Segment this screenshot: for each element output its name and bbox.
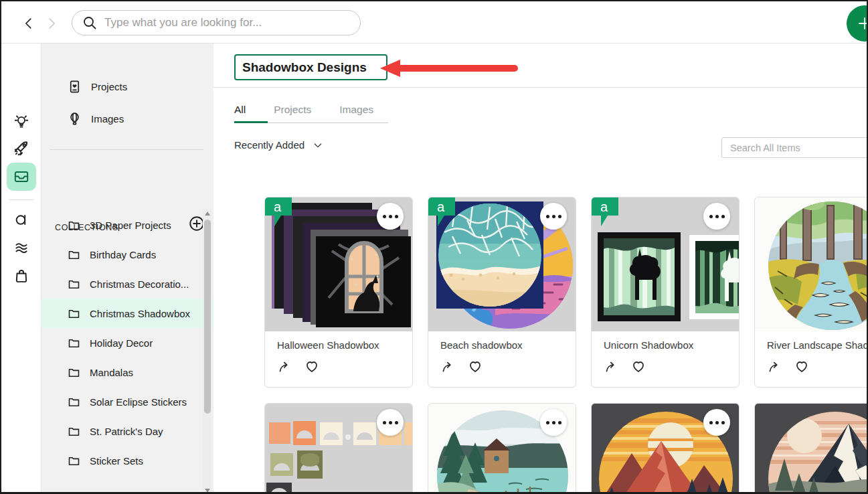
access-badge: a [592,197,620,228]
folder-icon [67,492,81,494]
tab-projects[interactable]: Projects [274,100,311,122]
folder-3d-paper-projects[interactable]: 3D Paper Projects [41,210,213,240]
rail-item-access[interactable] [7,205,36,234]
folder-st-patricks-day[interactable]: St. Patrick's Day [41,416,213,446]
lightbulb-icon [13,113,30,131]
project-card-mountain-sunset[interactable] [591,403,740,494]
share-button[interactable] [440,359,456,375]
card-info: Unicorn Shadowbox [592,331,739,375]
favorite-button[interactable] [304,359,320,375]
card-info: Halloween Shadowbox [265,331,412,375]
share-button[interactable] [277,359,293,375]
rail-item-shop[interactable] [7,262,36,290]
folder-mandalas[interactable]: Mandalas [41,357,213,387]
folder-tshirt-designs[interactable]: T-Shirt Desi [41,484,213,494]
favorite-button[interactable] [467,359,483,375]
share-button[interactable] [767,359,783,375]
scroll-up-button[interactable] [203,209,211,218]
folder-icon [67,365,81,380]
header-divider [213,87,868,88]
card-info: River Landscape Shadow [755,331,868,375]
favorite-button[interactable] [794,359,810,375]
tab-all[interactable]: All [234,100,246,122]
svg-text:a: a [600,199,608,214]
folder-birthday-cards[interactable]: Birthday Cards [41,240,213,269]
card-thumbnail: a [265,197,412,331]
app-window: Projects Images COLLECTIONS 3D Paper Pro… [0,0,868,494]
project-card-halloween[interactable]: a Halloween Shadowbox [264,197,413,388]
project-card-snow-mountain[interactable] [754,403,868,494]
card-thumbnail [755,404,868,494]
main-content: Shadowbox Designs All Projects Images Re… [213,44,868,494]
share-icon [767,359,783,375]
card-menu-button[interactable] [540,203,567,230]
folder-holiday-decor[interactable]: Holiday Decor [41,328,213,357]
folder-icon [67,277,81,291]
card-menu-button[interactable] [540,409,567,436]
heart-icon [467,359,483,375]
folder-icon [67,336,81,350]
rail-item-collections[interactable] [7,163,36,191]
project-card-river[interactable]: River Landscape Shadow [754,197,868,388]
folder-icon [67,424,81,438]
sidebar-item-images[interactable]: Images [41,104,213,133]
card-menu-button[interactable] [703,409,730,436]
access-badge: a [265,197,293,228]
card-thumbnail [265,404,412,494]
card-menu-button[interactable] [377,409,404,436]
heart-icon [304,359,320,375]
project-card-unicorn[interactable]: a Unicorn Shadowbox [591,197,740,388]
global-search-input[interactable] [104,16,351,29]
rail-item-launch[interactable] [7,135,36,163]
ellipsis-icon [383,215,386,218]
card-thumbnail [755,197,868,331]
tab-images[interactable]: Images [339,100,373,122]
rail-item-materials[interactable] [7,234,36,262]
project-card-lake[interactable] [428,403,576,494]
sidebar-item-projects[interactable]: Projects [41,72,213,101]
scroll-down-button[interactable] [203,486,211,494]
folder-solar-eclipse-stickers[interactable]: Solar Eclipse Stickers [41,387,213,416]
search-icon [82,15,98,31]
sort-label: Recently Added [234,139,305,151]
global-search [72,10,361,35]
sidebar-item-label: Images [91,113,124,125]
folder-sticker-sets[interactable]: Sticker Sets [41,446,213,475]
rail-item-inspiration[interactable] [7,108,36,136]
share-button[interactable] [604,359,620,375]
chevron-left-icon [21,16,36,31]
waves-icon [13,239,30,256]
card-menu-button[interactable] [703,203,730,230]
folder-christmas-decorations[interactable]: Christmas Decoratio... [41,269,213,299]
card-title: Halloween Shadowbox [277,339,400,351]
sidebar-item-label: Projects [91,81,127,92]
items-search-input[interactable] [721,137,868,158]
card-thumbnail: a [428,197,576,331]
access-a-icon [13,211,30,228]
access-badge: a [428,197,456,228]
card-title: Unicorn Shadowbox [604,339,727,351]
new-project-button[interactable] [847,5,868,42]
forward-button[interactable] [43,15,60,32]
favorite-button[interactable] [630,359,646,375]
hot-air-balloon-icon [67,111,82,127]
rocket-icon [13,140,30,157]
card-menu-button[interactable] [377,203,404,230]
tab-bar: All Projects Images [234,100,373,122]
back-button[interactable] [20,15,37,32]
collection-title-input[interactable]: Shadowbox Designs [234,54,387,80]
river-landscape-art [755,197,868,331]
heart-icon [630,359,646,375]
folder-icon [67,454,81,468]
card-info: Beach shadowbox [428,331,576,375]
panel-divider [50,149,203,150]
folder-christmas-shadowbox[interactable]: Christmas Shadowbox [41,299,213,328]
card-thumbnail [428,404,576,494]
share-icon [440,359,456,375]
scrollbar-thumb[interactable] [204,220,211,414]
card-title: Beach shadowbox [440,339,563,351]
heart-icon [794,359,810,375]
sort-dropdown[interactable]: Recently Added [234,139,323,151]
project-card-layers[interactable] [264,403,413,494]
project-card-beach[interactable]: a Beach shadowbox [428,197,576,388]
